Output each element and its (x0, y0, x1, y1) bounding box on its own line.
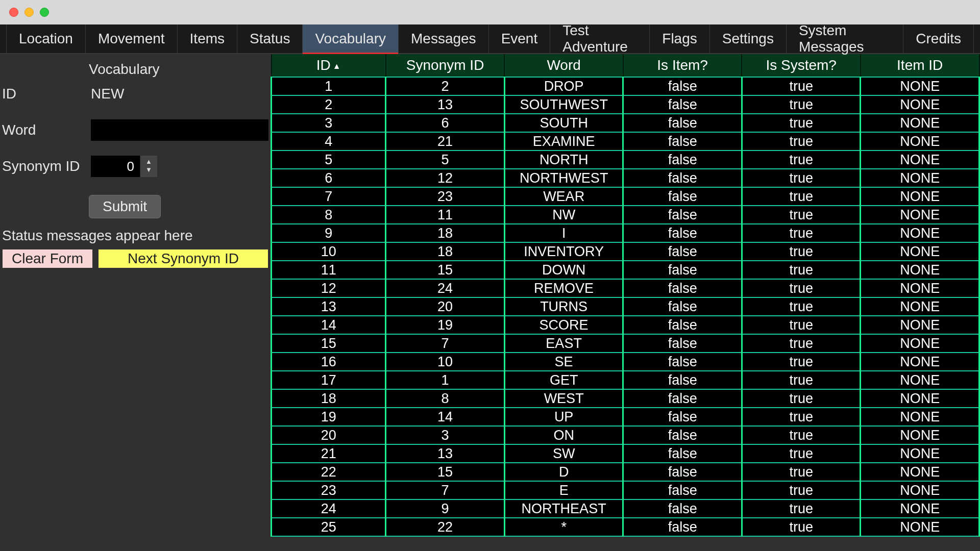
chevron-down-icon[interactable]: ▼ (140, 166, 157, 174)
table-row[interactable]: 612NORTHWESTfalsetrueNONE (272, 169, 979, 187)
cell-id: 20 (272, 426, 386, 444)
table-row[interactable]: 723WEARfalsetrueNONE (272, 187, 979, 206)
cell-itemId: NONE (861, 389, 979, 408)
submit-button[interactable]: Submit (89, 195, 161, 218)
section-title-text: Vocabulary (89, 61, 160, 78)
cell-syn: 10 (386, 353, 505, 371)
table-row[interactable]: 811NWfalsetrueNONE (272, 206, 979, 224)
tab-system-messages[interactable]: System Messages (787, 24, 903, 53)
cell-id: 1 (272, 77, 386, 95)
cell-word: D (504, 463, 623, 481)
cell-isItem: false (623, 426, 742, 444)
cell-word: SOUTH (504, 114, 623, 132)
word-input[interactable] (91, 119, 268, 141)
table-row[interactable]: 1610SEfalsetrueNONE (272, 353, 979, 371)
table-row[interactable]: 55NORTHfalsetrueNONE (272, 151, 979, 169)
cell-id: 18 (272, 389, 386, 408)
table-row[interactable]: 203ONfalsetrueNONE (272, 426, 979, 444)
cell-syn: 5 (386, 151, 505, 169)
cell-isSystem: true (742, 353, 861, 371)
column-header-item-id[interactable]: Item ID (861, 54, 979, 77)
tab-credits[interactable]: Credits (903, 24, 974, 53)
next-synonym-id-button[interactable]: Next Synonym ID (98, 249, 268, 268)
table-row[interactable]: 2522*falsetrueNONE (272, 518, 979, 536)
cell-isSystem: true (742, 463, 861, 481)
cell-itemId: NONE (861, 261, 979, 279)
table-row[interactable]: 1115DOWNfalsetrueNONE (272, 261, 979, 279)
table-row[interactable]: 188WESTfalsetrueNONE (272, 389, 979, 408)
cell-isItem: false (623, 389, 742, 408)
table-row[interactable]: 1320TURNSfalsetrueNONE (272, 297, 979, 316)
synonym-id-stepper[interactable]: ▲ ▼ (91, 156, 157, 177)
cell-isItem: false (623, 187, 742, 206)
table-row[interactable]: 237EfalsetrueNONE (272, 481, 979, 499)
cell-itemId: NONE (861, 206, 979, 224)
cell-isSystem: true (742, 169, 861, 187)
cell-itemId: NONE (861, 77, 979, 95)
column-header-synonym-id[interactable]: Synonym ID (386, 54, 505, 77)
table-row[interactable]: 36SOUTHfalsetrueNONE (272, 114, 979, 132)
tab-vocabulary[interactable]: Vocabulary (303, 24, 399, 53)
table-row[interactable]: 213SOUTHWESTfalsetrueNONE (272, 95, 979, 114)
cell-id: 22 (272, 463, 386, 481)
cell-isItem: false (623, 316, 742, 334)
cell-id: 11 (272, 261, 386, 279)
table-row[interactable]: 171GETfalsetrueNONE (272, 371, 979, 389)
table-row[interactable]: 2113SWfalsetrueNONE (272, 444, 979, 463)
table-row[interactable]: 1914UPfalsetrueNONE (272, 408, 979, 426)
column-header-word[interactable]: Word (504, 54, 623, 77)
table-row[interactable]: 12DROPfalsetrueNONE (272, 77, 979, 95)
status-message: Status messages appear here (0, 218, 271, 249)
table-row[interactable]: 1224REMOVEfalsetrueNONE (272, 279, 979, 297)
cell-id: 6 (272, 169, 386, 187)
cell-isSystem: true (742, 242, 861, 261)
cell-isSystem: true (742, 481, 861, 499)
table-row[interactable]: 421EXAMINEfalsetrueNONE (272, 132, 979, 151)
column-header-is-system-[interactable]: Is System? (742, 54, 861, 77)
cell-word: I (504, 224, 623, 242)
table-row[interactable]: 249NORTHEASTfalsetrueNONE (272, 499, 979, 518)
table-row[interactable]: 1018INVENTORYfalsetrueNONE (272, 242, 979, 261)
table-row[interactable]: 918IfalsetrueNONE (272, 224, 979, 242)
cell-id: 9 (272, 224, 386, 242)
cell-id: 19 (272, 408, 386, 426)
cell-syn: 23 (386, 187, 505, 206)
synonym-id-input[interactable] (91, 156, 140, 177)
cell-id: 23 (272, 481, 386, 499)
spinner-buttons[interactable]: ▲ ▼ (140, 156, 157, 177)
cell-itemId: NONE (861, 187, 979, 206)
clear-form-button[interactable]: Clear Form (2, 249, 93, 268)
cell-id: 10 (272, 242, 386, 261)
table-panel: ID▲Synonym IDWordIs Item?Is System?Item … (271, 54, 980, 551)
table-row[interactable]: 157EASTfalsetrueNONE (272, 334, 979, 353)
tab-flags[interactable]: Flags (650, 24, 709, 53)
table-row[interactable]: 2215DfalsetrueNONE (272, 463, 979, 481)
tab-event[interactable]: Event (489, 24, 551, 53)
minimize-window-button[interactable] (24, 8, 34, 17)
tab-test-adventure[interactable]: Test Adventure (550, 24, 650, 53)
cell-word: SCORE (504, 316, 623, 334)
tab-settings[interactable]: Settings (710, 24, 787, 53)
cell-syn: 15 (386, 261, 505, 279)
cell-isSystem: true (742, 408, 861, 426)
close-window-button[interactable] (9, 8, 18, 17)
column-header-id[interactable]: ID▲ (272, 54, 386, 77)
tab-messages[interactable]: Messages (399, 24, 489, 53)
chevron-up-icon[interactable]: ▲ (140, 158, 157, 166)
vocabulary-table[interactable]: ID▲Synonym IDWordIs Item?Is System?Item … (271, 54, 980, 537)
tab-items[interactable]: Items (178, 24, 237, 53)
cell-word: SW (504, 444, 623, 463)
tab-movement[interactable]: Movement (86, 24, 178, 53)
cell-word: NORTHEAST (504, 499, 623, 518)
cell-isSystem: true (742, 334, 861, 353)
cell-id: 14 (272, 316, 386, 334)
tab-status[interactable]: Status (237, 24, 303, 53)
cell-syn: 21 (386, 132, 505, 151)
tab-location[interactable]: Location (6, 24, 86, 53)
column-header-is-item-[interactable]: Is Item? (623, 54, 742, 77)
cell-itemId: NONE (861, 463, 979, 481)
cell-itemId: NONE (861, 151, 979, 169)
cell-syn: 6 (386, 114, 505, 132)
table-row[interactable]: 1419SCOREfalsetrueNONE (272, 316, 979, 334)
maximize-window-button[interactable] (40, 8, 49, 17)
